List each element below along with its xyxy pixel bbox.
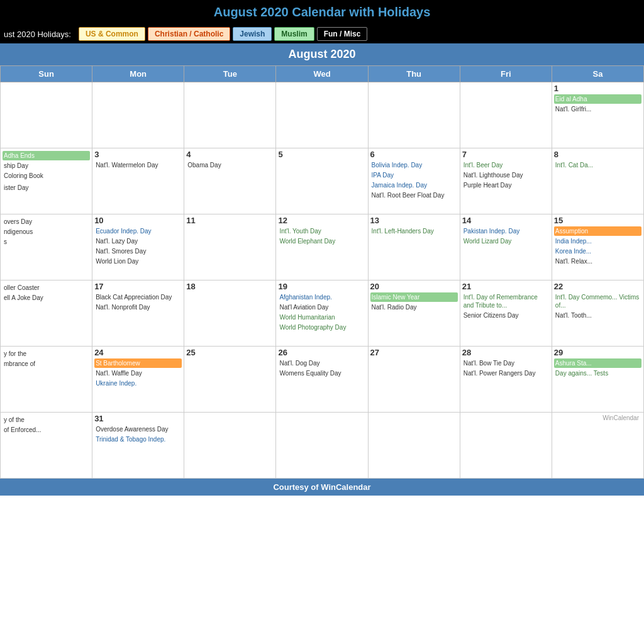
- cell-2: Adha Ends ship Day Coloring Book ister D…: [1, 148, 92, 214]
- cell-21: 21 Int'l. Day of Remembrance and Tribute…: [460, 280, 552, 347]
- cell-empty: [460, 413, 552, 479]
- cell-empty: [184, 82, 276, 148]
- tab-christian-catholic[interactable]: Christian / Catholic: [148, 27, 230, 41]
- holidays-bar: ust 2020 Holidays: US & Common Christian…: [0, 25, 644, 43]
- holiday: World Elephant Day: [278, 236, 365, 246]
- footer-bar: Courtesy of WinCalendar: [0, 479, 644, 496]
- day-number: 8: [554, 150, 641, 159]
- holiday: of Enforced...: [3, 425, 90, 435]
- day-number: 20: [370, 282, 458, 291]
- tab-jewish[interactable]: Jewish: [233, 27, 272, 41]
- holiday: Purple Heart Day: [462, 180, 550, 190]
- day-number: 6: [370, 150, 458, 159]
- holiday: IPA Day: [370, 170, 458, 180]
- day-number: 18: [186, 282, 274, 291]
- col-sat: Sa: [552, 66, 643, 82]
- cell-17: 17 Black Cat Appreciation Day Nat'l. Non…: [92, 280, 184, 347]
- cell-20: 20 Islamic New Year Nat'l. Radio Day: [368, 280, 460, 347]
- holiday: Nat'l Aviation Day: [278, 303, 365, 312]
- holiday: Int'l. Youth Day: [278, 226, 365, 236]
- day-number: 7: [462, 150, 550, 159]
- day-number: 21: [462, 282, 550, 291]
- tab-us-common[interactable]: US & Common: [79, 27, 145, 41]
- holiday: Ukraine Indep.: [94, 379, 182, 388]
- day-number: 28: [462, 348, 550, 357]
- day-number: 4: [186, 150, 274, 159]
- cell-empty: [368, 82, 460, 148]
- day-number: 10: [94, 216, 182, 225]
- day-number: 13: [370, 216, 458, 225]
- holiday: Nat'l. Waffle Day: [94, 369, 182, 378]
- day-number: 26: [278, 348, 365, 357]
- cell-empty: [276, 413, 368, 479]
- day-number: 24: [94, 348, 182, 357]
- cell-3: 3 Nat'l. Watermelon Day: [92, 148, 184, 214]
- holiday: y for the: [3, 349, 90, 358]
- cell-27: 27: [368, 347, 460, 413]
- day-number: 19: [278, 282, 365, 291]
- day-number: 5: [278, 150, 365, 159]
- cell-empty: [1, 82, 92, 148]
- day-number: 11: [186, 216, 274, 225]
- day-number: 1: [554, 84, 641, 93]
- holiday: ister Day: [3, 183, 90, 192]
- cell-30: y of the of Enforced...: [1, 413, 92, 479]
- holiday: Obama Day: [186, 160, 274, 170]
- day-number: 14: [462, 216, 550, 225]
- tab-fun-misc[interactable]: Fun / Misc: [317, 27, 368, 41]
- holiday: World Humanitarian: [278, 313, 365, 322]
- holiday: Assumption: [554, 226, 641, 236]
- holiday: Nat'l. Radio Day: [370, 303, 458, 312]
- cell-7: 7 Int'l. Beer Day Nat'l. Lighthouse Day …: [460, 148, 552, 214]
- day-number: 29: [554, 348, 641, 357]
- cell-empty: [460, 82, 552, 148]
- holiday: Nat'l. Tooth...: [554, 311, 641, 320]
- day-number: 15: [554, 216, 641, 225]
- holiday: Black Cat Appreciation Day: [94, 292, 182, 302]
- holiday: World Photography Day: [278, 323, 365, 332]
- cell-8: 8 Int'l. Cat Da...: [552, 148, 643, 214]
- day-number: 12: [278, 216, 365, 225]
- holiday: Trinidad & Tobago Indep.: [94, 435, 182, 444]
- cell-16: oller Coaster ell A Joke Day: [1, 280, 92, 347]
- cell-empty: WinCalendar: [552, 413, 643, 479]
- holiday: Islamic New Year: [370, 292, 458, 302]
- holiday: Nat'l. Smores Day: [94, 247, 182, 256]
- holiday: Pakistan Indep. Day: [462, 226, 550, 236]
- holiday: Bolivia Indep. Day: [370, 160, 458, 170]
- holiday: Int'l. Left-Handers Day: [370, 226, 458, 236]
- cell-18: 18: [184, 280, 276, 347]
- cell-15: 15 Assumption India Indep... Korea Inde.…: [552, 214, 643, 280]
- cell-empty: [276, 82, 368, 148]
- col-sun: Sun: [1, 66, 92, 82]
- holiday: Eid al Adha: [554, 94, 641, 104]
- holiday: Jamaica Indep. Day: [370, 180, 458, 190]
- holiday: Nat'l. Bow Tie Day: [462, 358, 550, 368]
- holiday: Int'l. Beer Day: [462, 160, 550, 170]
- cell-11: 11: [184, 214, 276, 280]
- holiday: s: [3, 237, 90, 247]
- col-wed: Wed: [276, 66, 368, 82]
- calendar-header-row: Sun Mon Tue Wed Thu Fri Sa: [1, 66, 644, 82]
- holiday: Nat'l. Power Rangers Day: [462, 369, 550, 378]
- holiday: Ecuador Indep. Day: [94, 226, 182, 236]
- cell-28: 28 Nat'l. Bow Tie Day Nat'l. Power Range…: [460, 347, 552, 413]
- cell-12: 12 Int'l. Youth Day World Elephant Day: [276, 214, 368, 280]
- holiday: overs Day: [3, 217, 90, 226]
- holidays-label: ust 2020 Holidays:: [4, 30, 71, 39]
- cell-9: overs Day ndigenous s: [1, 214, 92, 280]
- holiday: Nat'l. Nonprofit Day: [94, 303, 182, 312]
- cell-empty: [368, 413, 460, 479]
- holiday: Int'l. Day of Remembrance and Tribute to…: [462, 292, 550, 310]
- holiday: Nat'l. Lighthouse Day: [462, 170, 550, 180]
- table-row: overs Day ndigenous s 10 Ecuador Indep. …: [1, 214, 644, 280]
- cell-26: 26 Nat'l. Dog Day Womens Equality Day: [276, 347, 368, 413]
- tab-muslim[interactable]: Muslim: [274, 27, 314, 41]
- cell-13: 13 Int'l. Left-Handers Day: [368, 214, 460, 280]
- col-mon: Mon: [92, 66, 184, 82]
- cell-19: 19 Afghanistan Indep. Nat'l Aviation Day…: [276, 280, 368, 347]
- watermark: WinCalendar: [554, 414, 641, 421]
- holiday: Overdose Awareness Day: [94, 425, 182, 434]
- holiday: Senior Citizens Day: [462, 311, 550, 320]
- col-thu: Thu: [368, 66, 460, 82]
